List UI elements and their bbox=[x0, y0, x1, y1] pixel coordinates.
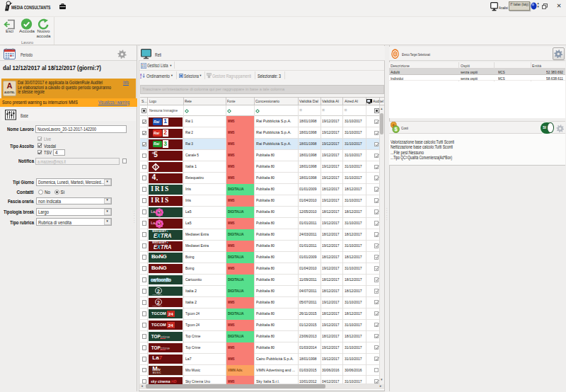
svg-text:5: 5 bbox=[158, 221, 161, 226]
svg-text:5: 5 bbox=[158, 210, 161, 215]
svg-text:Z: Z bbox=[140, 76, 142, 79]
